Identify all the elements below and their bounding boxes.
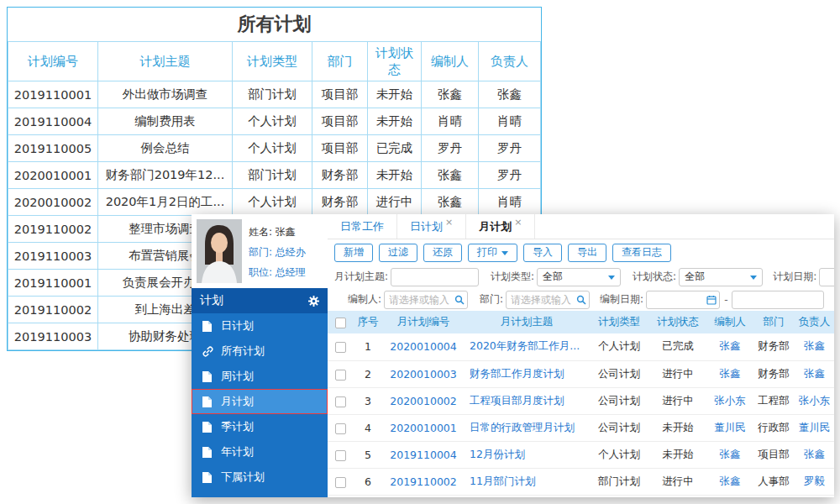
owner-link[interactable]: 罗毅	[795, 468, 834, 495]
tab-bar: 日常工作 日计划 × 月计划 ×	[328, 214, 834, 239]
owner-link[interactable]: 张小东	[795, 387, 834, 414]
table-row[interactable]: 2019110004 编制费用表 个人计划 项目部 未开始 肖晴 肖晴	[8, 108, 541, 135]
sidebar-item-yearly-plan[interactable]: 年计划	[192, 439, 328, 465]
row-checkbox[interactable]	[335, 450, 346, 461]
tab-monthly-plan[interactable]: 月计划 ×	[466, 214, 535, 239]
owner-link[interactable]: 张鑫	[795, 333, 834, 360]
profile-name: 姓名: 张鑫	[249, 225, 306, 239]
tab-daily-plan[interactable]: 日计划 ×	[397, 214, 466, 239]
checkbox-cell	[328, 387, 353, 414]
plan-id-link[interactable]: 2019110002	[383, 468, 464, 495]
table-row[interactable]: 2019110005 例会总结 个人计划 项目部 已完成 罗丹 罗丹	[8, 135, 541, 162]
plan-id-cell: 2019110003	[8, 243, 98, 270]
plan-id-link[interactable]: 2019110004	[383, 441, 464, 468]
owner-link[interactable]: 张鑫	[795, 441, 834, 468]
view-log-button[interactable]: 查看日志	[612, 244, 671, 262]
table-row[interactable]: 2 2020010003 财务部工作月度计划 公司计划 进行中 张鑫 财务部 张…	[328, 360, 834, 387]
owner-link[interactable]: 董川民	[795, 414, 834, 441]
type-cell: 个人计划	[233, 189, 312, 216]
compiler-link[interactable]: 张鑫	[707, 360, 753, 387]
col-serial: 序号	[353, 311, 383, 333]
plan-status-cell: 进行中	[648, 387, 707, 414]
compile-date-start-input[interactable]	[646, 291, 720, 309]
col-subject: 计划主题	[98, 42, 233, 81]
sidebar-item-quarterly-plan[interactable]: 季计划	[192, 414, 328, 439]
plan-id-link[interactable]: 2020010001	[383, 414, 464, 441]
table-row[interactable]: 2019110001 外出做市场调查 部门计划 项目部 未开始 张鑫 张鑫	[8, 81, 541, 108]
monthly-plan-table: 序号 月计划编号 月计划主题 计划类型 计划状态 编制人 部门 负责人 1 20…	[328, 311, 834, 496]
table-row[interactable]: 2020010002 2020年1月2日的工... 个人计划 财务部 进行中 张…	[8, 189, 541, 216]
sidebar-item-all-plans[interactable]: 所有计划	[192, 339, 328, 364]
compile-date-end-input[interactable]	[732, 291, 824, 309]
plan-subject-link[interactable]: 11月部门计划	[464, 468, 590, 495]
import-button[interactable]: 导入	[523, 244, 562, 262]
subject-filter-input[interactable]	[391, 268, 479, 286]
status-select[interactable]: 全部	[679, 268, 763, 286]
row-checkbox[interactable]	[335, 370, 346, 381]
plan-subject-link[interactable]: 财务部工作月度计划	[464, 360, 590, 387]
plan-id-cell: 2019110004	[8, 108, 98, 135]
type-select[interactable]: 全部	[537, 268, 621, 286]
table-row[interactable]: 4 2020010001 日常的行政管理月计划 公司计划 未开始 董川民 行政部…	[328, 414, 834, 441]
plan-date-input[interactable]	[819, 268, 834, 286]
close-icon[interactable]: ×	[514, 217, 522, 228]
plan-id-link[interactable]: 2020010002	[383, 387, 464, 414]
gear-icon[interactable]	[308, 296, 319, 307]
plan-subject-link[interactable]: 日常的行政管理月计划	[464, 414, 590, 441]
close-icon[interactable]: ×	[445, 217, 453, 228]
avatar-photo	[197, 219, 242, 283]
sidebar-item-subordinate-plans[interactable]: 下属计划	[192, 465, 328, 490]
sidebar-item-monthly-plan[interactable]: 月计划	[192, 389, 328, 414]
sidebar-item-weekly-plan[interactable]: 周计划	[192, 364, 328, 389]
subject-cell: 例会总结	[98, 135, 233, 162]
col-type: 计划类型	[590, 311, 648, 333]
plan-subject-link[interactable]: 工程项目部月度计划	[464, 387, 590, 414]
export-button[interactable]: 导出	[568, 244, 606, 262]
restore-button[interactable]: 还原	[423, 244, 462, 262]
compiler-link[interactable]: 董川民	[707, 414, 753, 441]
plan-status-cell: 已完成	[648, 333, 707, 360]
type-cell: 部门计划	[233, 81, 312, 108]
print-button[interactable]: 打印	[468, 244, 517, 262]
row-checkbox[interactable]	[335, 423, 346, 434]
plan-id-link[interactable]: 2020010004	[383, 333, 464, 360]
dept-cell: 财务部	[753, 360, 795, 387]
row-checkbox[interactable]	[335, 342, 346, 353]
plan-subject-link[interactable]: 12月份计划	[464, 441, 590, 468]
table-row[interactable]: 6 2019110002 11月部门计划 部门计划 进行中 张鑫 人事部 罗毅	[328, 468, 834, 495]
col-dept: 部门	[312, 42, 368, 81]
select-all-checkbox[interactable]	[335, 318, 346, 328]
document-icon	[202, 396, 213, 407]
dept-cell: 财务部	[753, 333, 795, 360]
col-owner: 负责人	[479, 42, 541, 81]
compiler-link[interactable]: 张鑫	[707, 441, 753, 468]
dept-filter-label: 部门:	[480, 292, 503, 307]
add-button[interactable]: 新增	[334, 244, 373, 262]
row-checkbox[interactable]	[335, 477, 346, 488]
plan-status-cell: 进行中	[648, 360, 707, 387]
dept-input[interactable]	[506, 291, 590, 309]
plan-id-link[interactable]: 2020010003	[383, 360, 464, 387]
serial-cell: 6	[353, 468, 383, 495]
table-row[interactable]: 5 2019110004 12月份计划 个人计划 未开始 张鑫 项目部 张鑫	[328, 441, 834, 468]
tab-daily-work[interactable]: 日常工作	[328, 214, 397, 239]
serial-cell: 2	[353, 360, 383, 387]
owner-link[interactable]: 张鑫	[795, 360, 834, 387]
status-cell: 进行中	[368, 189, 422, 216]
compiler-link[interactable]: 张鑫	[707, 468, 753, 495]
row-checkbox[interactable]	[335, 396, 346, 407]
sidebar-section-plans[interactable]: 计划	[192, 288, 328, 313]
compiler-link[interactable]: 张鑫	[707, 333, 753, 360]
table-row[interactable]: 3 2020010002 工程项目部月度计划 公司计划 进行中 张小东 工程部 …	[328, 387, 834, 414]
filter-button[interactable]: 过滤	[379, 244, 417, 262]
compiler-input[interactable]	[384, 291, 468, 309]
sidebar-item-daily-plan[interactable]: 日计划	[192, 313, 328, 339]
status-cell: 已完成	[368, 135, 422, 162]
table-row[interactable]: 1 2020010004 2020年财务部工作月... 个人计划 已完成 张鑫 …	[328, 333, 834, 360]
plan-id-cell: 2019110002	[8, 216, 98, 243]
col-plan-id: 月计划编号	[383, 311, 464, 333]
col-owner: 负责人	[795, 311, 834, 333]
plan-subject-link[interactable]: 2020年财务部工作月...	[464, 333, 590, 360]
compiler-link[interactable]: 张小东	[707, 387, 753, 414]
table-row[interactable]: 2020010001 财务部门2019年12... 部门计划 财务部 未开始 张…	[8, 162, 541, 189]
